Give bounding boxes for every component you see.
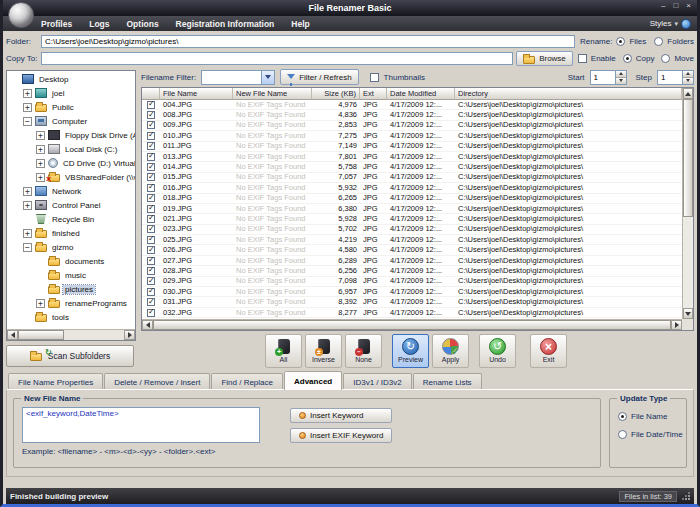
row-checkbox[interactable]	[147, 111, 155, 119]
scan-subfolders-button[interactable]: ↻ Scan Subfolders	[6, 345, 134, 367]
table-row[interactable]: 029.JPGNo EXIF Tags Found7,098JPG4/17/20…	[142, 277, 682, 287]
row-checkbox[interactable]	[147, 101, 155, 109]
tree-item-renameprograms[interactable]: +renamePrograms	[7, 296, 135, 310]
tab-find-replace[interactable]: Find / Replace	[211, 373, 283, 390]
expand-icon[interactable]: +	[23, 229, 32, 238]
expand-icon[interactable]: +	[23, 89, 32, 98]
table-row[interactable]: 032.JPGNo EXIF Tags Found8,277JPG4/17/20…	[142, 308, 682, 318]
tree-item-vbsharedfolder-vboxsvr-z[interactable]: +VBSharedFolder (\\vboxsvr) (Z	[7, 170, 135, 184]
table-row[interactable]: 008.JPGNo EXIF Tags Found4,836JPG4/17/20…	[142, 110, 682, 120]
table-row[interactable]: 028.JPGNo EXIF Tags Found6,256JPG4/17/20…	[142, 266, 682, 276]
tab-advanced[interactable]: Advanced	[284, 371, 342, 390]
preview-button[interactable]: Preview	[392, 334, 429, 368]
expand-icon[interactable]: +	[23, 201, 32, 210]
row-checkbox[interactable]	[147, 257, 155, 265]
row-checkbox[interactable]	[147, 246, 155, 254]
enable-checkbox[interactable]	[578, 54, 587, 63]
table-row[interactable]: 019.JPGNo EXIF Tags Found6,380JPG4/17/20…	[142, 204, 682, 214]
row-checkbox[interactable]	[147, 288, 155, 296]
table-row[interactable]: 025.JPGNo EXIF Tags Found4,219JPG4/17/20…	[142, 235, 682, 245]
menu-item-help[interactable]: Help	[291, 19, 309, 29]
tab-file-name-properties[interactable]: File Name Properties	[8, 373, 103, 390]
minimize-button[interactable]: –	[661, 1, 665, 10]
table-row[interactable]: 018.JPGNo EXIF Tags Found6,265JPG4/17/20…	[142, 194, 682, 204]
scrollbar-thumb[interactable]	[683, 99, 693, 217]
expand-icon[interactable]: +	[23, 103, 32, 112]
start-up-button[interactable]	[616, 71, 626, 78]
tree-item-local-disk-c[interactable]: +Local Disk (C:)	[7, 142, 135, 156]
step-down-button[interactable]	[683, 78, 693, 84]
tree-item-network[interactable]: +Network	[7, 184, 135, 198]
menu-item-registration-information[interactable]: Registration Information	[176, 19, 275, 29]
table-row[interactable]: 014.JPGNo EXIF Tags Found5,758JPG4/17/20…	[142, 162, 682, 172]
tree-item-finished[interactable]: +finished	[7, 226, 135, 240]
filter-refresh-button[interactable]: Filter / Refresh	[280, 69, 358, 85]
table-row[interactable]: 027.JPGNo EXIF Tags Found6,289JPG4/17/20…	[142, 256, 682, 266]
maximize-button[interactable]: □	[673, 1, 678, 10]
tree-item-desktop[interactable]: Desktop	[7, 72, 135, 86]
none-button[interactable]: None	[345, 334, 382, 368]
row-checkbox[interactable]	[147, 236, 155, 244]
column-header-new-file-name[interactable]: New File Name	[233, 88, 312, 100]
undo-button[interactable]: Undo	[479, 334, 516, 368]
close-button[interactable]: ×	[686, 1, 691, 10]
insert-keyword-button[interactable]: Insert Keyword	[290, 408, 392, 423]
table-row[interactable]: 030.JPGNo EXIF Tags Found6,957JPG4/17/20…	[142, 287, 682, 297]
table-row[interactable]: 031.JPGNo EXIF Tags Found8,392JPG4/17/20…	[142, 297, 682, 307]
row-checkbox[interactable]	[147, 267, 155, 275]
scroll-right-button[interactable]	[124, 330, 135, 340]
expand-icon[interactable]: +	[36, 299, 45, 308]
collapse-icon[interactable]: −	[23, 243, 32, 252]
new-file-name-pattern-textarea[interactable]: <exif_keyword,DateTime>	[22, 407, 260, 443]
row-checkbox[interactable]	[147, 173, 155, 181]
horizontal-scrollbar[interactable]	[142, 319, 682, 330]
menu-item-options[interactable]: Options	[127, 19, 159, 29]
tab-id3v1-id3v2[interactable]: ID3v1 / ID3v2	[343, 373, 411, 390]
tree-item-documents[interactable]: documents	[7, 254, 135, 268]
scrollbar-thumb[interactable]	[153, 320, 671, 330]
menu-item-profiles[interactable]: Profiles	[41, 19, 72, 29]
table-row[interactable]: 015.JPGNo EXIF Tags Found7,057JPG4/17/20…	[142, 173, 682, 183]
table-row[interactable]: 004.JPGNo EXIF Tags Found4,976JPG4/17/20…	[142, 100, 682, 110]
expand-icon[interactable]: +	[36, 173, 45, 182]
column-header-size-kb[interactable]: Size (KB)	[312, 88, 360, 100]
exit-button[interactable]: Exit	[530, 334, 567, 368]
combobox-dropdown-button[interactable]	[261, 71, 274, 84]
table-row[interactable]: 010.JPGNo EXIF Tags Found7,275JPG4/17/20…	[142, 131, 682, 141]
table-row[interactable]: 026.JPGNo EXIF Tags Found4,580JPG4/17/20…	[142, 245, 682, 255]
row-checkbox[interactable]	[147, 121, 155, 129]
table-row[interactable]: 016.JPGNo EXIF Tags Found5,932JPG4/17/20…	[142, 183, 682, 193]
row-checkbox[interactable]	[147, 194, 155, 202]
folder-input[interactable]	[41, 35, 575, 48]
vertical-scrollbar[interactable]	[682, 88, 693, 319]
tree-item-tools[interactable]: tools	[7, 310, 135, 324]
row-checkbox[interactable]	[147, 153, 155, 161]
inverse-button[interactable]: Inverse	[305, 334, 342, 368]
tab-rename-lists[interactable]: Rename Lists	[413, 373, 482, 390]
tree-item-public[interactable]: +Public	[7, 100, 135, 114]
thumbnails-checkbox[interactable]	[370, 73, 379, 82]
scroll-up-button[interactable]	[683, 88, 693, 99]
column-header-directory[interactable]: Directory	[455, 88, 682, 100]
start-down-button[interactable]	[616, 78, 626, 84]
expand-icon[interactable]: +	[36, 131, 45, 140]
row-checkbox[interactable]	[147, 225, 155, 233]
expand-icon[interactable]: +	[36, 159, 45, 168]
table-row[interactable]: 023.JPGNo EXIF Tags Found5,702JPG4/17/20…	[142, 225, 682, 235]
table-row[interactable]: 009.JPGNo EXIF Tags Found2,853JPG4/17/20…	[142, 121, 682, 131]
tree-item-recycle-bin[interactable]: Recycle Bin	[7, 212, 135, 226]
step-up-button[interactable]	[683, 71, 693, 78]
table-row[interactable]: 011.JPGNo EXIF Tags Found7,149JPG4/17/20…	[142, 142, 682, 152]
table-row[interactable]: 013.JPGNo EXIF Tags Found7,801JPG4/17/20…	[142, 152, 682, 162]
tree-item-music[interactable]: music	[7, 268, 135, 282]
tree-item-pictures[interactable]: pictures	[7, 282, 135, 296]
tab-delete-remove-insert[interactable]: Delete / Remove / Insert	[104, 373, 210, 390]
styles-button[interactable]: Styles ▾	[650, 19, 691, 29]
scroll-left-button[interactable]	[7, 330, 18, 340]
tree-horizontal-scrollbar[interactable]	[7, 329, 135, 340]
row-checkbox[interactable]	[147, 298, 155, 306]
rename-files-radio[interactable]	[616, 37, 625, 46]
rename-folders-radio[interactable]	[654, 37, 663, 46]
scroll-right-button[interactable]	[671, 320, 682, 330]
tree-item-gizmo[interactable]: −gizmo	[7, 240, 135, 254]
